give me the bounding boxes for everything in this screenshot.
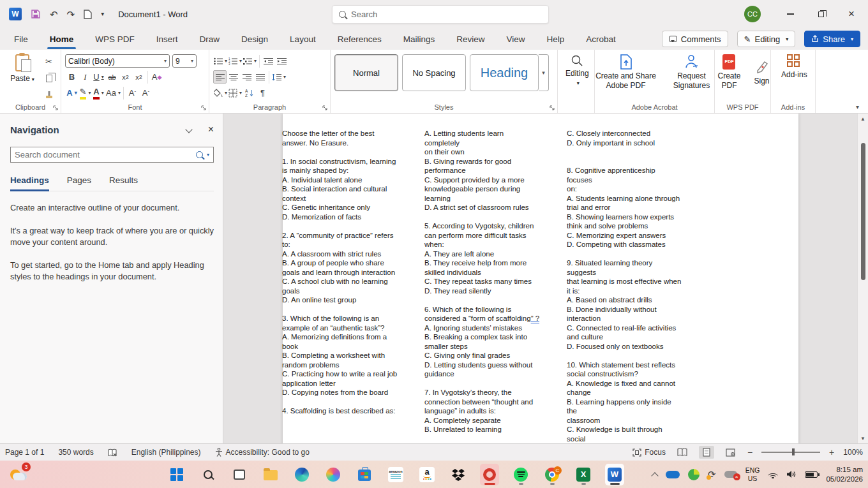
opera-button[interactable] [480,464,499,485]
ribbon-tab-file[interactable]: File [11,31,31,48]
style-normal[interactable]: Normal [334,54,398,91]
styles-gallery-more-icon[interactable]: ▾ [539,54,549,91]
line-spacing-button[interactable] [271,70,287,84]
request-signatures-button[interactable]: × Request Signatures [666,53,718,92]
editing-menu-button[interactable]: Editing [562,53,593,88]
increase-indent-button[interactable] [275,54,288,68]
format-painter-button[interactable] [42,88,56,101]
copilot-button[interactable] [324,464,343,485]
scroll-up-icon[interactable]: ▲ [860,114,865,124]
ribbon-tab-layout[interactable]: Layout [287,31,318,48]
document-column-1[interactable]: Choose the letter of the bestanswer. No … [282,129,398,443]
document-column-2[interactable]: A. Letting students learn completelyon t… [424,129,540,443]
shading-button[interactable] [213,86,228,100]
paste-button[interactable]: Paste [8,53,37,83]
ribbon-tab-acrobat[interactable]: Acrobat [583,31,618,48]
proofing-status-icon[interactable] [108,448,117,457]
edge-button[interactable] [292,464,311,485]
zoom-slider[interactable] [761,452,820,452]
font-name-combobox[interactable]: Calibri (Body)▾ [65,54,170,68]
amazon-button[interactable]: a [417,464,437,485]
print-layout-button[interactable] [699,446,714,459]
file-explorer-button[interactable] [261,464,280,485]
sync-icon[interactable]: ⟳ [708,469,716,480]
zoom-in-button[interactable]: + [829,447,834,457]
ribbon-tab-wps-pdf[interactable]: WPS PDF [93,31,137,48]
battery-icon[interactable] [805,471,818,478]
zoom-level[interactable]: 100% [843,448,863,457]
account-avatar[interactable]: CC [744,6,761,22]
web-layout-button[interactable] [723,446,738,459]
navigation-collapse-icon[interactable] [185,126,192,133]
zoom-out-button[interactable]: − [747,447,752,457]
nav-tab-pages[interactable]: Pages [67,175,91,191]
align-center-button[interactable] [227,70,240,84]
minimize-button[interactable] [776,0,804,28]
font-dialog-launcher[interactable] [201,105,206,110]
share-button[interactable]: Share [804,31,860,47]
redo-icon[interactable]: ↷ [67,10,75,19]
numbering-button[interactable]: 123 [228,54,243,68]
close-button[interactable]: × [837,0,865,28]
onedrive-icon[interactable] [666,471,680,478]
collapse-ribbon-icon[interactable]: ▾ [856,103,859,110]
ribbon-tab-review[interactable]: Review [454,31,487,48]
clock[interactable]: 8:15 am05/02/2026 [826,465,863,484]
focus-mode-button[interactable]: Focus [632,448,666,457]
accessibility-status[interactable]: Accessibility: Good to go [215,448,310,457]
zoom-slider-thumb[interactable] [792,448,795,455]
addins-button[interactable]: Add-ins [777,53,811,81]
cut-button[interactable]: ✂ [42,55,56,68]
italic-button[interactable]: I [79,70,92,84]
strikethrough-button[interactable]: ab [105,70,119,84]
justify-button[interactable] [253,70,267,84]
document-column-3[interactable]: C. Closely interconnectedD. Only importa… [567,129,682,443]
tray-overflow-chevron[interactable] [652,471,657,478]
sort-button[interactable]: AZ [243,86,256,100]
font-color-button[interactable]: A [92,86,105,100]
grow-font-button[interactable]: Aˆ [126,86,139,100]
scrollbar-thumb[interactable] [861,143,865,280]
bold-button[interactable]: B [65,70,79,84]
copy-button[interactable] [42,71,56,85]
ribbon-tab-draw[interactable]: Draw [197,31,223,48]
decrease-indent-button[interactable] [262,54,275,68]
show-formatting-marks-button[interactable]: ¶ [256,86,269,100]
navigation-search-input[interactable]: Search document ▾ [10,147,214,163]
dropbox-button[interactable] [449,464,468,485]
restore-button[interactable] [807,0,835,28]
word-button[interactable]: W [605,464,624,485]
language-indicator[interactable]: English (Philippines) [131,448,201,457]
ribbon-tab-mailings[interactable]: Mailings [401,31,438,48]
cloud-offline-icon[interactable] [724,471,737,478]
navigation-close-icon[interactable]: × [208,124,214,135]
create-pdf-button[interactable]: PDF Create PDF [712,53,746,92]
multilevel-list-button[interactable] [243,54,257,68]
chrome-button[interactable]: C [542,464,562,485]
amazon-shopping-button[interactable]: amazon [386,464,405,485]
taskbar-search-button[interactable] [198,464,218,485]
start-button[interactable] [167,464,186,485]
create-share-adobe-pdf-button[interactable]: Create and Share Adobe PDF [592,53,661,92]
read-mode-button[interactable] [675,446,690,459]
ribbon-tab-home[interactable]: Home [47,31,77,48]
underline-button[interactable]: U [92,70,105,84]
ribbon-tab-references[interactable]: References [335,31,384,48]
highlight-color-button[interactable]: ✎ [79,86,92,100]
volume-icon[interactable] [786,470,797,478]
word-count[interactable]: 350 words [58,448,93,457]
style-heading[interactable]: Heading [470,54,539,91]
comments-button[interactable]: Comments [662,31,728,47]
vertical-scrollbar[interactable]: ▲ ▼ [857,114,868,443]
scroll-down-icon[interactable]: ▼ [860,433,865,443]
task-view-button[interactable] [230,464,249,485]
bullets-button[interactable] [213,54,228,68]
shrink-font-button[interactable]: Aˇ [139,86,153,100]
style-no-spacing[interactable]: No Spacing [402,54,466,91]
new-document-icon[interactable] [84,10,92,19]
clear-formatting-button[interactable]: A◆ [150,70,163,84]
undo-icon[interactable]: ↶ [50,10,58,19]
align-right-button[interactable] [240,70,253,84]
weather-widget[interactable]: 3 [9,464,31,485]
nav-tab-results[interactable]: Results [109,175,138,191]
